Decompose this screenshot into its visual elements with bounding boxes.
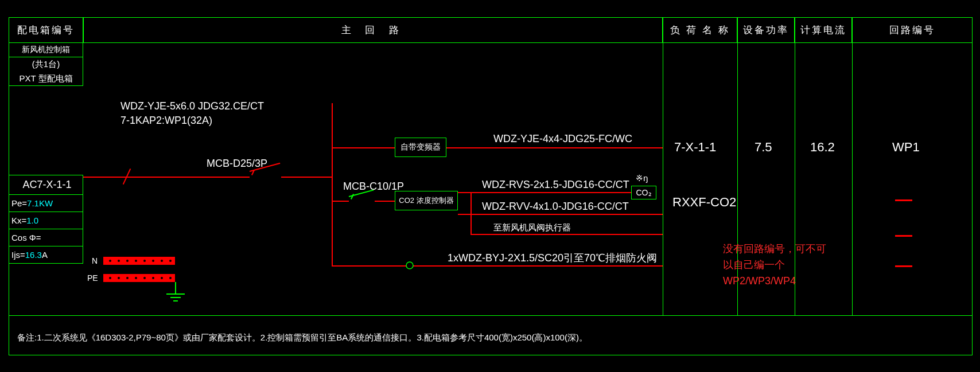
incoming-source-label: 7-1KAP2:WP1(32A) (120, 115, 212, 127)
incoming-cable-label: WDZ-YJE-5x6.0 JDG32.CE/CT (120, 100, 264, 112)
kx-label: Kx= (11, 216, 26, 225)
pe-label: PE (87, 273, 98, 283)
wire-co2-split-v (470, 192, 472, 215)
kx-row: Kx= 1.0 (9, 212, 83, 229)
wire-branch2a (470, 192, 631, 193)
row1-power: 7.5 (755, 140, 772, 155)
row1-loop: WP1 (892, 140, 920, 155)
co2-controller-box: CO2 浓度控制器 (395, 191, 458, 210)
annot-l2: 以自己编一个 (723, 257, 826, 273)
svg-point-0 (406, 262, 413, 269)
wire-branch3 (470, 234, 663, 235)
cable4-label: 1xWDZ-BYJ-2X1.5/SC20引至70℃排烟防火阀 (448, 251, 657, 265)
hdr-load-name: 负 荷 名 称 (663, 17, 737, 43)
hdr-panel-id: 配电箱编号 (9, 17, 83, 43)
wire-branch4 (413, 265, 663, 267)
busbar-pe (103, 274, 175, 282)
footer-note: 备注:1.二次系统见《16D303-2,P79~80页》或由厂家配套设计。2.控… (17, 332, 588, 343)
cos-label: Cos Φ= (11, 233, 41, 242)
row1-load: 7-X-1-1 (674, 140, 716, 155)
ijs-unit: A (42, 250, 48, 260)
wire-incoming (83, 177, 244, 178)
row2-load: RXXF-CO2 (672, 195, 736, 210)
row1-current: 16.2 (810, 140, 835, 155)
footer-separator (9, 315, 973, 316)
wire-co2-out-bot-stub (458, 214, 472, 215)
side-panel: 新风机控制箱 (共1台) PXT 型配电箱 (9, 43, 83, 86)
co2-sensor-box: CO₂ (631, 186, 656, 199)
annot-l3: WP2/WP3/WP4 (723, 273, 826, 289)
panel-type-2: PXT 型配电箱 (9, 72, 83, 86)
panel-qty: (共1台) (9, 57, 83, 72)
wire-branch1-r (446, 147, 663, 148)
wire-branch4-l (332, 265, 406, 267)
pe-value: 7.1KW (27, 198, 53, 208)
inverter-box: 自带变频器 (395, 138, 446, 157)
ijs-row: Ijs= 16.3 A (9, 246, 83, 264)
wire-branch1-l (332, 147, 395, 148)
wire-branch2b (470, 214, 663, 215)
pe-label: Pe= (11, 198, 27, 208)
wire-after-mcb (281, 177, 333, 178)
ijs-value: 16.3 (25, 250, 42, 260)
annot-l1: 没有回路编号，可不可 (723, 241, 826, 257)
wire-co2-out-top-stub (458, 192, 472, 193)
loop-dash-3 (895, 265, 912, 267)
annotation-note: 没有回路编号，可不可 以自己编一个 WP2/WP3/WP4 (723, 241, 826, 289)
wire-branch3-drop (470, 214, 472, 235)
busbar-n (103, 257, 175, 265)
mcb-sub-label: MCB-C10/1P (343, 181, 404, 193)
ground-lead (175, 282, 176, 295)
cable2-label: WDZ-RVS-2x1.5-JDG16-CC/CT (482, 179, 629, 191)
panel-id-label: AC7-X-1-1 (9, 175, 83, 195)
kx-value: 1.0 (26, 216, 38, 225)
hdr-main-circuit: 主 回 路 (83, 17, 663, 43)
pe-row: Pe= 7.1KW (9, 195, 83, 212)
fire-damper-node-icon (405, 261, 414, 270)
hdr-power: 设备功率 (737, 17, 795, 43)
co2-sensor-top-label: ※ŋ (636, 173, 648, 183)
mcb-main-label: MCB-D25/3P (207, 158, 267, 170)
ijs-label: Ijs= (11, 250, 25, 260)
n-label: N (92, 256, 98, 265)
cable3-label: WDZ-RVV-4x1.0-JDG16-CC/CT (482, 201, 629, 213)
wire-branch2-stub (332, 201, 349, 202)
hdr-loop-no: 回路编号 (852, 17, 973, 43)
mcb-main-stub-l (244, 177, 250, 178)
loop-dash-2 (895, 235, 912, 237)
panel-type-1: 新风机控制箱 (9, 43, 83, 57)
cable1-label: WDZ-YJE-4x4-JDG25-FC/WC (493, 133, 632, 145)
loop-dash-1 (895, 199, 912, 201)
cos-row: Cos Φ= (9, 229, 83, 246)
wire-vertical-trunk (332, 103, 333, 267)
hdr-current: 计算电流 (795, 17, 852, 43)
col-divider-1 (663, 43, 663, 315)
branch3-note: 至新风机风阀执行器 (493, 222, 571, 233)
wire-branch2-mid (375, 201, 395, 202)
col-divider-4 (852, 43, 853, 315)
